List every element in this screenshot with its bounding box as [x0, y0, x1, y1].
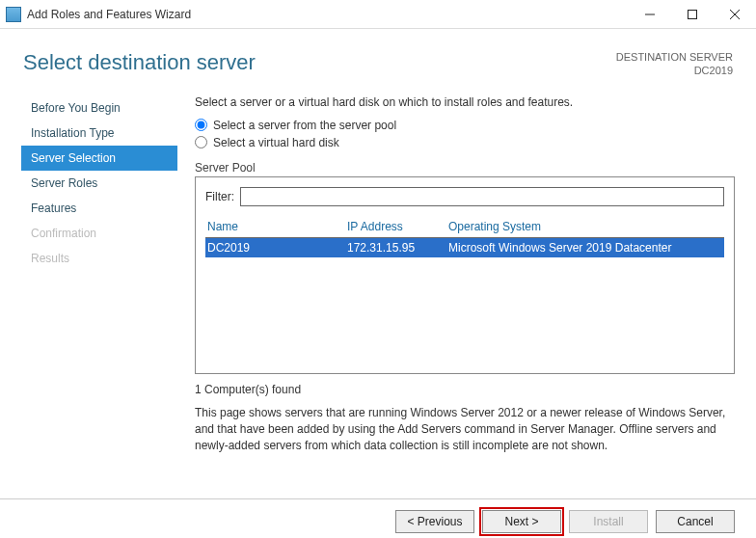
- sidebar-item-results: Results: [21, 246, 177, 271]
- close-button[interactable]: [714, 1, 756, 28]
- window-title: Add Roles and Features Wizard: [27, 8, 629, 21]
- app-icon: [6, 7, 21, 22]
- page-title: Select destination server: [23, 50, 256, 75]
- column-ip[interactable]: IP Address: [347, 220, 448, 233]
- computers-found-text: 1 Computer(s) found: [195, 382, 735, 398]
- maximize-button[interactable]: [671, 1, 714, 28]
- table-row[interactable]: DC2019 172.31.15.95 Microsoft Windows Se…: [205, 238, 724, 257]
- intro-text: Select a server or a virtual hard disk o…: [195, 95, 735, 109]
- radio-vhd[interactable]: [195, 136, 207, 148]
- header: Select destination server DESTINATION SE…: [0, 29, 756, 78]
- destination-label: DESTINATION SERVER: [616, 50, 733, 64]
- note-text: This page shows servers that are running…: [195, 405, 735, 453]
- next-button[interactable]: Next >: [482, 510, 561, 533]
- radio-server-pool[interactable]: [195, 119, 207, 131]
- sidebar-item-server-selection[interactable]: Server Selection: [21, 146, 177, 171]
- sidebar-item-installation-type[interactable]: Installation Type: [21, 121, 177, 146]
- titlebar: Add Roles and Features Wizard: [0, 0, 756, 29]
- sidebar: Before You Begin Installation Type Serve…: [21, 95, 185, 498]
- previous-button[interactable]: < Previous: [395, 510, 474, 533]
- install-button: Install: [569, 510, 648, 533]
- footer: < Previous Next > Install Cancel: [0, 498, 756, 538]
- destination-value: DC2019: [616, 64, 733, 77]
- table-body: DC2019 172.31.15.95 Microsoft Windows Se…: [205, 238, 724, 354]
- minimize-button[interactable]: [629, 1, 671, 28]
- radio-vhd-label: Select a virtual hard disk: [213, 136, 339, 149]
- sidebar-item-features[interactable]: Features: [21, 196, 177, 221]
- sidebar-item-confirmation: Confirmation: [21, 221, 177, 246]
- main-content: Select a server or a virtual hard disk o…: [185, 95, 735, 498]
- cancel-button[interactable]: Cancel: [656, 510, 735, 533]
- radio-server-pool-label: Select a server from the server pool: [213, 119, 396, 132]
- column-os[interactable]: Operating System: [448, 220, 722, 233]
- cell-os: Microsoft Windows Server 2019 Datacenter: [448, 241, 722, 255]
- cell-name: DC2019: [207, 241, 347, 255]
- server-pool-heading: Server Pool: [195, 161, 735, 175]
- cell-ip: 172.31.15.95: [347, 241, 448, 255]
- server-pool-frame: Filter: Name IP Address Operating System…: [195, 176, 735, 374]
- filter-label: Filter:: [205, 190, 234, 203]
- column-name[interactable]: Name: [207, 220, 347, 233]
- svg-rect-1: [688, 10, 697, 18]
- table-header: Name IP Address Operating System: [205, 216, 724, 238]
- sidebar-item-before-you-begin[interactable]: Before You Begin: [21, 95, 177, 121]
- sidebar-item-server-roles[interactable]: Server Roles: [21, 171, 177, 196]
- destination-indicator: DESTINATION SERVER DC2019: [616, 50, 733, 78]
- filter-input[interactable]: [240, 187, 724, 206]
